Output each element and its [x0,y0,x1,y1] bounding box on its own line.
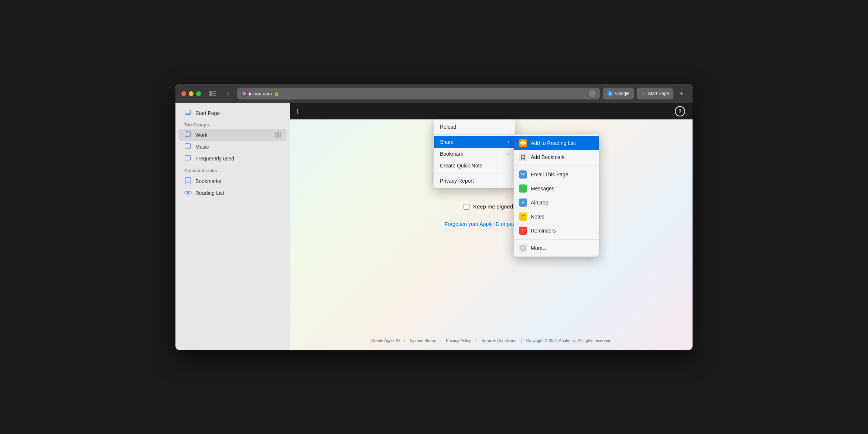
svg-rect-1 [212,91,216,92]
browser-window: ‹ icloud.com 🔒 ··· G [175,84,693,350]
svg-point-16 [520,142,523,144]
reminders-share-icon [519,227,527,235]
svg-rect-18 [522,141,524,142]
star-icon: ☆ [641,91,646,96]
svg-rect-12 [185,144,191,148]
airdrop-label: AirDrop [531,200,548,206]
svg-rect-25 [522,217,524,217]
footer-privacy-policy[interactable]: Privacy Policy [446,338,471,343]
svg-rect-5 [185,110,191,114]
share-submenu: Add to Reading List Add Bookmark [514,135,599,257]
menu-item-reload[interactable]: Reload [434,121,515,133]
svg-rect-7 [185,132,191,136]
collected-links-title: Collected Links [175,165,290,175]
notes-label: Notes [531,214,544,220]
address-text: icloud.com [249,91,272,96]
menu-divider-2 [434,173,515,173]
google-favicon: G [607,91,613,96]
keep-signed-area: Keep me signed in [464,203,519,210]
svg-rect-30 [522,232,523,233]
add-tab-button[interactable]: + [676,88,687,99]
help-button[interactable]: ? [675,106,685,116]
more-label: More... [531,245,547,251]
svg-point-15 [188,191,191,194]
context-menu: Reload Share › [434,119,515,188]
reminders-label: Reminders [531,228,556,234]
address-bar-container: icloud.com 🔒 ··· G Google ☆ Start Page + [237,88,687,99]
menu-item-privacy-report[interactable]: Privacy Report [434,175,515,187]
tab-start-page[interactable]: ☆ Start Page [637,88,673,99]
svg-rect-28 [522,230,525,230]
sidebar-toggle-button[interactable] [208,88,218,99]
svg-point-34 [524,248,524,248]
add-reading-list-label: Add to Reading List [531,140,576,146]
messages-share-icon [519,184,527,193]
close-button[interactable] [181,91,186,96]
keep-signed-label: Keep me signed in [473,203,519,210]
sidebar: Start Page Tab Groups Work [175,103,290,350]
footer-terms[interactable]: Terms & Conditions [481,338,516,343]
tab-google[interactable]: G Google [603,88,634,99]
menu-item-bookmark[interactable]: Bookmark › [434,148,515,160]
privacy-report-label: Privacy Report [440,178,474,184]
share-email[interactable]: Email This Page [514,167,599,182]
svg-rect-13 [185,156,191,160]
icloud-footer: Create Apple ID | System Status | Privac… [371,338,612,343]
svg-rect-6 [185,114,191,115]
bookmark-label: Bookmark [440,151,463,157]
traffic-lights [181,91,201,96]
menu-item-create-quick-note[interactable]: Create Quick Note [434,160,515,172]
sidebar-item-music[interactable]: Music [178,141,287,153]
sidebar-item-frequently-used[interactable]: Frequentrly used [178,153,287,165]
add-bookmark-label: Add Bookmark [531,154,565,160]
footer-system-status[interactable]: System Status [410,338,436,343]
tab-start-page-label: Start Page [648,91,669,96]
reading-list-share-icon [519,139,527,147]
share-add-reading-list[interactable]: Add to Reading List [514,136,599,150]
sidebar-reading-list-label: Reading List [195,190,281,196]
svg-point-22 [523,204,523,204]
share-add-bookmark[interactable]: Add Bookmark [514,150,599,164]
messages-label: Messages [531,186,554,191]
toolbar: ‹ icloud.com 🔒 ··· G [175,84,693,103]
email-this-page-label: Email This Page [531,172,568,177]
sidebar-item-work[interactable]: Work [178,129,287,141]
icloud-topbar:  ? [290,103,693,119]
svg-rect-10 [276,135,278,137]
sidebar-item-bookmarks[interactable]: Bookmarks [178,175,287,187]
minimize-button[interactable] [189,91,194,96]
start-page-icon [184,110,192,116]
svg-rect-0 [209,91,212,96]
tab-groups-title: Tab Groups [175,119,290,129]
share-messages[interactable]: Messages [514,182,599,196]
svg-rect-11 [278,135,281,137]
svg-rect-3 [212,95,216,96]
bookmark-share-icon [519,153,527,161]
tab-group-grid-icon [275,132,281,139]
tab-group-music-icon [184,143,192,150]
tab-group-freq-icon [184,155,192,162]
site-favicon [241,91,247,96]
share-arrow-icon: › [508,139,509,145]
share-notes[interactable]: Notes [514,210,599,224]
share-more[interactable]: More... [514,241,599,255]
share-label: Share [440,139,454,145]
svg-point-32 [522,248,522,248]
tab-google-label: Google [615,91,630,96]
maximize-button[interactable] [196,91,201,96]
menu-divider-1 [434,134,515,135]
share-airdrop[interactable]: AirDrop [514,196,599,210]
address-more-button[interactable]: ··· [589,90,596,97]
sidebar-item-start-page[interactable]: Start Page [178,108,287,119]
footer-create-apple-id[interactable]: Create Apple ID [371,338,400,343]
keep-signed-checkbox[interactable] [464,204,469,210]
sidebar-item-reading-list[interactable]: Reading List [178,187,287,199]
back-button[interactable]: ‹ [223,88,233,99]
more-share-icon [519,244,527,252]
share-divider-2 [514,239,599,240]
menu-item-share[interactable]: Share › [434,136,515,148]
address-bar[interactable]: icloud.com 🔒 ··· [237,88,600,99]
sidebar-bookmarks-label: Bookmarks [195,178,281,184]
share-reminders[interactable]: Reminders [514,224,599,238]
email-share-icon [519,170,527,179]
